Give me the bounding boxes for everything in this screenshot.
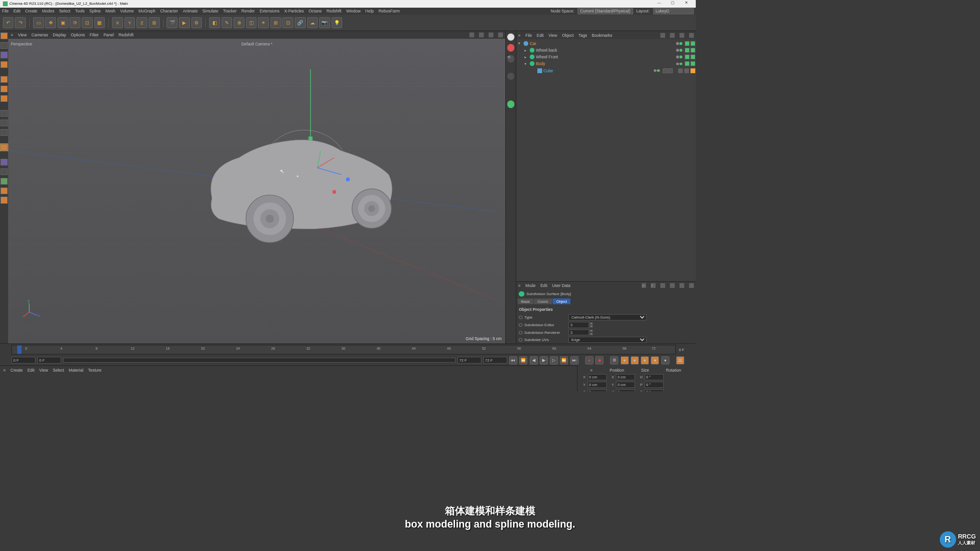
go-end-button[interactable]: ⏭ [570, 356, 579, 364]
om-menu-edit[interactable]: Edit [537, 33, 544, 38]
param-anim-bullet[interactable] [519, 338, 522, 342]
last-tool[interactable]: ⊡ [82, 17, 93, 28]
render-region-button[interactable]: ▶ [179, 17, 190, 28]
menu-mograph[interactable]: MoGraph [138, 9, 155, 13]
render-settings-button[interactable]: ⚙ [191, 17, 202, 28]
coord-rot-h-input[interactable] [645, 374, 664, 380]
tree-toggle-icon[interactable]: ▸ [524, 55, 529, 59]
mm-hamburger-icon[interactable]: ≡ [3, 368, 6, 373]
hierarchy-item-body[interactable]: ▾ Body [517, 60, 695, 67]
menu-render[interactable]: Render [242, 9, 255, 13]
vis-editor-toggle[interactable] [663, 68, 668, 73]
layout-dropdown[interactable]: LukeyD [653, 8, 694, 14]
render-button[interactable]: 🎬 [167, 17, 178, 28]
menu-xparticles[interactable]: X-Particles [284, 9, 304, 13]
key-pos-button[interactable]: ● [621, 356, 629, 364]
viewport-solo-tool[interactable] [0, 129, 7, 136]
param-anim-bullet[interactable] [519, 323, 522, 327]
coord-rot-p-input[interactable] [645, 382, 664, 388]
menu-simulate[interactable]: Simulate [202, 9, 218, 13]
menu-mesh[interactable]: Mesh [105, 9, 115, 13]
tree-toggle-icon[interactable]: ▸ [524, 48, 529, 53]
close-button[interactable]: ✕ [679, 0, 693, 7]
menu-redshift[interactable]: Redshift [326, 9, 341, 13]
menu-edit[interactable]: Edit [13, 9, 21, 13]
timeline-open-button[interactable]: ▤ [676, 356, 684, 364]
vp-menu-options[interactable]: Options [71, 33, 85, 37]
mm-menu-create[interactable]: Create [11, 368, 23, 373]
coord-pos-x-input[interactable] [588, 374, 607, 380]
maximize-button[interactable]: ▢ [666, 0, 679, 7]
attr-menu-mode[interactable]: Mode [525, 283, 535, 288]
add-volume-button[interactable]: ☁ [307, 17, 318, 28]
menu-character[interactable]: Character [160, 9, 178, 13]
workplane-xz-tool[interactable] [0, 178, 7, 185]
vp-menu-filter[interactable]: Filter [89, 33, 99, 37]
start-frame-input[interactable] [11, 357, 35, 364]
next-frame-button[interactable]: ▷ [550, 356, 558, 364]
workplane-xy-tool[interactable] [0, 159, 7, 165]
x-axis-lock[interactable]: X [112, 17, 123, 28]
attr-filter-icon[interactable] [670, 283, 675, 288]
current-frame-input[interactable] [457, 357, 481, 364]
om-eye-icon[interactable] [679, 33, 684, 38]
edge-mode-tool[interactable] [0, 86, 7, 92]
coord-size-x-input[interactable] [616, 374, 635, 380]
menu-file[interactable]: File [2, 9, 9, 13]
place-tool[interactable]: ▦ [94, 17, 105, 28]
range-start-input[interactable] [37, 357, 61, 364]
attr-uv-select[interactable]: Edge [568, 337, 646, 343]
om-menu-object[interactable]: Object [562, 33, 574, 38]
add-field-button[interactable]: ⊡ [282, 17, 293, 28]
vp-nav-zoom-icon[interactable] [479, 33, 484, 37]
coord-hamburger-icon[interactable]: ≡ [590, 368, 593, 373]
attr-type-select[interactable]: Catmull-Clark (N-Gons) [568, 314, 646, 320]
spinner-icon[interactable]: ▴▾ [590, 330, 593, 336]
menu-tracker[interactable]: Tracker [223, 9, 237, 13]
attr-lock-icon[interactable] [679, 283, 684, 288]
vis-render-toggle[interactable] [690, 55, 695, 59]
attr-new-icon[interactable] [689, 283, 694, 288]
prev-key-button[interactable]: ⏪ [519, 356, 527, 364]
vis-editor-toggle[interactable] [685, 48, 690, 53]
point-mode-tool[interactable] [0, 76, 7, 83]
add-spline-button[interactable]: ✎ [222, 17, 233, 28]
rail-reset-icon[interactable]: ⟲ [507, 55, 515, 63]
param-anim-bullet[interactable] [519, 331, 522, 334]
menu-modes[interactable]: Modes [42, 9, 55, 13]
autokey-button[interactable]: ◉ [595, 356, 603, 364]
attr-search-icon[interactable] [660, 283, 665, 288]
hierarchy-item-wheel-front[interactable]: ▸ Wheel Front [517, 54, 695, 60]
node-space-dropdown[interactable]: Current (Standard/Physical) [578, 8, 633, 14]
vp-menu-panel[interactable]: Panel [103, 33, 114, 37]
add-camera-button[interactable]: 📷 [319, 17, 330, 28]
vis-editor-toggle[interactable] [685, 41, 690, 46]
menu-window[interactable]: Window [346, 9, 360, 13]
vp-nav-rotate-icon[interactable] [489, 33, 493, 37]
attr-menu-edit[interactable]: Edit [540, 283, 547, 288]
rail-solo-icon[interactable] [507, 100, 515, 108]
om-search-icon[interactable] [660, 33, 665, 38]
vp-menu-view[interactable]: View [18, 33, 27, 37]
rotate-tool[interactable]: ⟳ [69, 17, 80, 28]
key-rot-button[interactable]: ● [641, 356, 649, 364]
mm-menu-view[interactable]: View [39, 368, 48, 373]
vis-editor-toggle[interactable] [685, 55, 690, 59]
key-scale-button[interactable]: ● [631, 356, 639, 364]
uvw-tag-icon[interactable] [684, 68, 689, 73]
menu-help[interactable]: Help [366, 9, 374, 13]
hierarchy-item-car[interactable]: ▾ Car [517, 40, 695, 47]
undo-button[interactable]: ↶ [3, 17, 14, 28]
om-hamburger-icon[interactable]: ≡ [518, 33, 521, 38]
attr-nav-back-icon[interactable]: ← [642, 283, 646, 288]
om-menu-view[interactable]: View [548, 33, 557, 38]
add-deformer-button[interactable]: ◫ [246, 17, 257, 28]
object-name[interactable]: Wheel Front [536, 55, 676, 59]
coord-rot-b-input[interactable] [645, 389, 664, 391]
z-axis-lock[interactable]: Z [136, 17, 147, 28]
spinner-icon[interactable]: ▴▾ [590, 322, 593, 328]
menu-select[interactable]: Select [59, 9, 70, 13]
tree-toggle-icon[interactable]: ▾ [518, 41, 523, 45]
material-manager-content[interactable] [0, 374, 577, 391]
snap-tool[interactable] [0, 144, 7, 151]
